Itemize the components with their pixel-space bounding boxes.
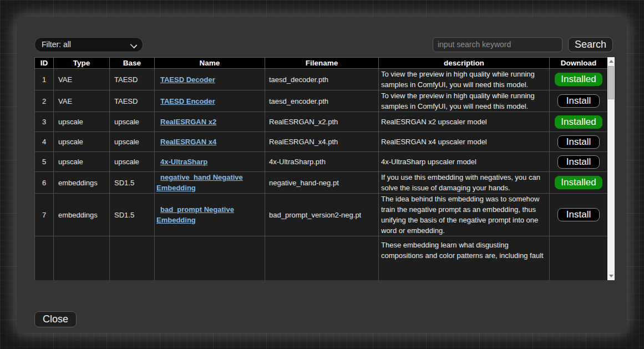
cell-file: taesd_encoder.pth: [265, 90, 379, 112]
cell-dl: Install: [550, 152, 608, 172]
table-row: 7embeddingsSD1.5bad_prompt Negative Embe…: [35, 194, 608, 236]
table-row: 5upscaleupscale4x-UltraSharp4x-UltraShar…: [35, 152, 608, 172]
cell-id: 5: [35, 152, 54, 172]
scrollbar-thumb[interactable]: [608, 66, 614, 99]
cell-id: 2: [35, 90, 54, 112]
cell-type: embeddings: [54, 194, 110, 236]
cell-base: TAESD: [110, 90, 155, 112]
cell-desc: RealESRGAN x4 upscaler model: [379, 132, 550, 152]
table-row: 3upscaleupscaleRealESRGAN x2RealESRGAN_x…: [35, 112, 608, 132]
cell-desc: If you use this embedding with negatives…: [379, 172, 550, 194]
table-row: 2VAETAESDTAESD Encodertaesd_encoder.pthT…: [35, 90, 608, 112]
cell-base: upscale: [110, 152, 155, 172]
cell-dl: Install: [550, 90, 608, 112]
cell-base: upscale: [110, 132, 155, 152]
table-row: 4upscaleupscaleRealESRGAN x4RealESRGAN_x…: [35, 132, 608, 152]
column-header-filename: Filename: [265, 58, 379, 69]
cell-base: [110, 236, 155, 281]
cell-base: upscale: [110, 112, 155, 132]
cell-type: upscale: [54, 152, 110, 172]
search-button[interactable]: Search: [568, 37, 613, 52]
filter-select[interactable]: Filter: all: [34, 37, 143, 52]
model-name-link[interactable]: 4x-UltraSharp: [160, 158, 207, 166]
column-header-base: Base: [110, 58, 155, 69]
model-name-link[interactable]: TAESD Encoder: [160, 97, 215, 105]
cell-name: [155, 236, 265, 281]
cell-type: [54, 236, 110, 281]
filter-select-wrap: Filter: all: [34, 37, 143, 52]
cell-file: negative_hand-neg.pt: [265, 172, 379, 194]
cell-dl: Installed: [550, 172, 608, 194]
installed-button[interactable]: Installed: [555, 115, 602, 129]
cell-dl: [550, 236, 608, 281]
cell-id: [35, 236, 54, 281]
cell-id: 7: [35, 194, 54, 236]
cell-base: SD1.5: [110, 194, 155, 236]
cell-name: 4x-UltraSharp: [155, 152, 265, 172]
model-name-link[interactable]: RealESRGAN x4: [160, 138, 216, 146]
scrollbar-down-button[interactable]: [607, 272, 615, 280]
installed-button[interactable]: Installed: [555, 73, 602, 86]
cell-name: negative_hand Negative Embedding: [155, 172, 265, 194]
cell-desc: To view the preview in high quality whil…: [379, 69, 550, 90]
column-header-download: Download: [550, 58, 608, 69]
cell-file: 4x-UltraSharp.pth: [265, 152, 379, 172]
column-header-type: Type: [54, 58, 110, 69]
model-table-clip: IDTypeBaseNameFilenamedescriptionDownloa…: [34, 57, 607, 280]
model-name-link[interactable]: TAESD Decoder: [160, 75, 215, 84]
cell-file: bad_prompt_version2-neg.pt: [265, 194, 379, 236]
cell-desc: To view the preview in high quality whil…: [379, 90, 550, 112]
cell-type: upscale: [54, 132, 110, 152]
model-name-link[interactable]: RealESRGAN x2: [160, 118, 216, 126]
cell-desc: RealESRGAN x2 upscaler model: [379, 112, 550, 132]
cell-dl: Install: [550, 194, 608, 236]
install-button[interactable]: Install: [557, 94, 600, 108]
cell-id: 3: [35, 112, 54, 132]
table-scrollbar[interactable]: [607, 57, 615, 280]
arrow-down-icon: [609, 275, 613, 277]
cell-name: TAESD Decoder: [155, 69, 265, 90]
model-table-body: 1VAETAESDTAESD Decodertaesd_decoder.pthT…: [35, 69, 608, 281]
model-name-link[interactable]: bad_prompt Negative Embedding: [156, 205, 234, 224]
cell-id: 1: [35, 69, 54, 90]
scrollbar-up-button[interactable]: [607, 57, 615, 65]
cell-base: TAESD: [110, 69, 155, 90]
cell-name: RealESRGAN x4: [155, 132, 265, 152]
cell-name: TAESD Encoder: [155, 90, 265, 112]
search-input[interactable]: [433, 37, 562, 52]
cell-file: RealESRGAN_x2.pth: [265, 112, 379, 132]
installed-button[interactable]: Installed: [555, 176, 602, 189]
install-button[interactable]: Install: [557, 208, 600, 221]
model-name-link[interactable]: negative_hand Negative Embedding: [156, 173, 243, 192]
table-header-row: IDTypeBaseNameFilenamedescriptionDownloa…: [35, 58, 608, 69]
search-group: Search: [433, 37, 613, 52]
table-row: 1VAETAESDTAESD Decodertaesd_decoder.pthT…: [35, 69, 608, 90]
arrow-up-icon: [609, 60, 613, 63]
cell-type: VAE: [54, 69, 110, 90]
model-table-container: IDTypeBaseNameFilenamedescriptionDownloa…: [34, 57, 615, 280]
column-header-description: description: [379, 58, 550, 69]
install-button[interactable]: Install: [557, 155, 600, 169]
close-button[interactable]: Close: [34, 311, 77, 327]
column-header-name: Name: [155, 58, 265, 69]
cell-desc: The idea behind this embedding was to so…: [379, 194, 550, 236]
cell-file: RealESRGAN_x4.pth: [265, 132, 379, 152]
cell-name: bad_prompt Negative Embedding: [155, 194, 265, 236]
table-row: These embedding learn what disgusting co…: [35, 236, 608, 281]
cell-file: taesd_decoder.pth: [265, 69, 379, 90]
cell-dl: Installed: [550, 112, 608, 132]
model-manager-dialog: Filter: all Search IDTypeBaseNameFilenam…: [17, 17, 627, 333]
toolbar: Filter: all Search: [34, 37, 613, 52]
cell-id: 6: [35, 172, 54, 194]
cell-dl: Install: [550, 132, 608, 152]
cell-type: embeddings: [54, 172, 110, 194]
cell-file: [265, 236, 379, 281]
install-button[interactable]: Install: [557, 135, 600, 149]
cell-name: RealESRGAN x2: [155, 112, 265, 132]
cell-type: VAE: [54, 90, 110, 112]
column-header-id: ID: [35, 58, 54, 69]
model-table: IDTypeBaseNameFilenamedescriptionDownloa…: [34, 57, 607, 280]
cell-id: 4: [35, 132, 54, 152]
cell-dl: Installed: [550, 69, 608, 90]
cell-type: upscale: [54, 112, 110, 132]
